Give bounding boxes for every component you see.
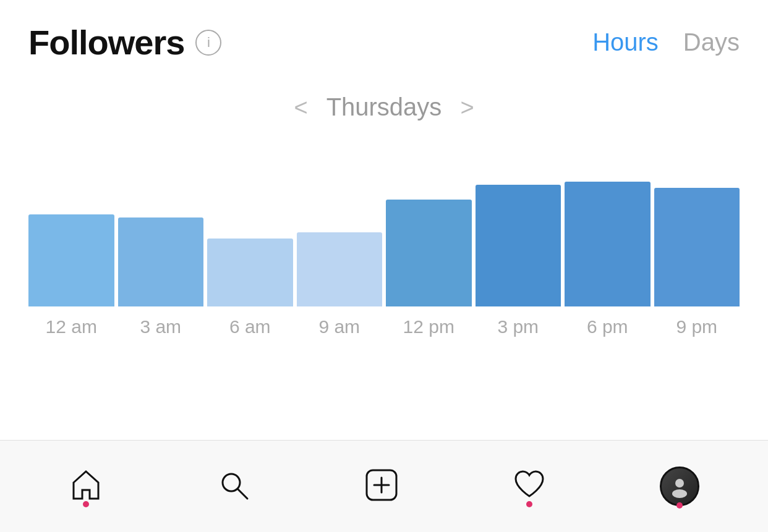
home-icon <box>69 468 103 505</box>
bar-group <box>28 140 114 306</box>
page-title: Followers <box>28 22 184 62</box>
bar[interactable] <box>476 185 561 306</box>
bar[interactable] <box>386 200 472 306</box>
nav-profile[interactable] <box>660 467 699 506</box>
bar-group <box>386 140 472 306</box>
next-day-button[interactable]: > <box>460 96 474 119</box>
chart-container: 12 am3 am6 am9 am12 pm3 pm6 pm9 pm <box>0 127 768 337</box>
header-right: Hours Days <box>592 28 740 56</box>
search-icon <box>216 468 251 505</box>
bar-group <box>476 140 561 306</box>
header-left: Followers i <box>28 22 221 62</box>
day-label: Thursdays <box>326 93 442 121</box>
bar-group <box>207 140 293 306</box>
bar[interactable] <box>297 232 383 306</box>
bar[interactable] <box>565 182 651 306</box>
bar-group <box>118 140 204 306</box>
info-icon[interactable]: i <box>195 30 221 56</box>
bar-label: 6 am <box>207 316 293 337</box>
nav-home[interactable] <box>69 468 103 505</box>
bar[interactable] <box>118 217 204 306</box>
bar-label: 9 pm <box>654 316 740 337</box>
svg-point-6 <box>672 489 687 498</box>
activity-dot <box>526 501 532 507</box>
svg-line-1 <box>238 489 248 499</box>
bar-label: 12 am <box>28 316 114 337</box>
avatar-image <box>662 468 698 504</box>
tab-days[interactable]: Days <box>683 28 740 56</box>
profile-avatar <box>660 467 699 506</box>
tab-hours[interactable]: Hours <box>592 28 659 56</box>
header: Followers i Hours Days <box>0 0 768 75</box>
bar-group <box>565 140 651 306</box>
nav-search[interactable] <box>216 468 251 505</box>
profile-dot <box>676 502 683 509</box>
svg-point-5 <box>675 479 684 488</box>
prev-day-button[interactable]: < <box>294 96 307 119</box>
bar-group <box>297 140 383 306</box>
day-navigation: < Thursdays > <box>0 93 768 121</box>
add-icon <box>364 468 399 505</box>
nav-add[interactable] <box>364 468 399 505</box>
bar[interactable] <box>28 214 114 306</box>
bar-label: 9 am <box>297 316 383 337</box>
bar-label: 3 am <box>118 316 204 337</box>
nav-activity[interactable] <box>512 468 547 505</box>
bar-label: 12 pm <box>386 316 472 337</box>
home-dot <box>83 501 89 507</box>
heart-icon <box>512 468 547 505</box>
bar[interactable] <box>654 188 740 306</box>
bar-label: 6 pm <box>565 316 651 337</box>
bottom-navigation <box>0 441 768 532</box>
bar-group <box>654 140 740 306</box>
bar-label: 3 pm <box>476 316 561 337</box>
chart-labels: 12 am3 am6 am9 am12 pm3 pm6 pm9 pm <box>28 306 740 337</box>
bar-chart <box>28 140 740 306</box>
bar[interactable] <box>207 239 293 306</box>
